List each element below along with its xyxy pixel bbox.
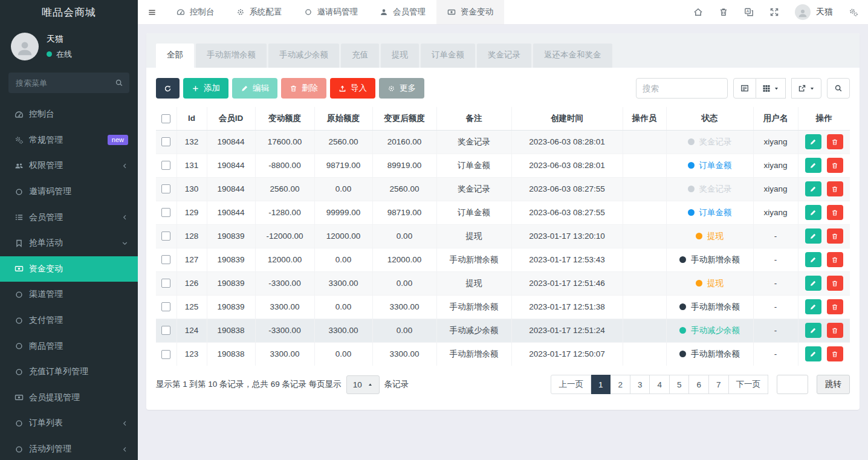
delete-button[interactable]	[827, 205, 843, 220]
page-button[interactable]: 下一页	[729, 375, 769, 394]
delete-button[interactable]	[827, 323, 843, 338]
sidebar-item[interactable]: 资金变动	[0, 256, 138, 282]
edit-button[interactable]	[805, 346, 821, 361]
sidebar-item[interactable]: 常规管理 new	[0, 128, 138, 154]
row-checkbox[interactable]	[161, 161, 170, 170]
jump-page-input[interactable]	[777, 375, 808, 394]
edit-button[interactable]	[805, 323, 821, 338]
toolbar-button[interactable]: 添加	[183, 78, 228, 99]
edit-button[interactable]	[805, 134, 821, 149]
sidebar-item[interactable]: 商品管理	[0, 333, 138, 359]
column-header[interactable]: 原始额度	[314, 107, 372, 130]
column-header[interactable]: 备注	[436, 107, 511, 130]
page-button[interactable]: 6	[689, 375, 709, 394]
page-button[interactable]: 7	[709, 375, 729, 394]
row-checkbox[interactable]	[161, 184, 170, 193]
row-checkbox[interactable]	[161, 232, 170, 241]
filter-tab[interactable]: 全部	[156, 44, 194, 68]
filter-tab[interactable]: 提现	[381, 44, 419, 68]
view-option-button[interactable]	[756, 78, 786, 99]
delete-button[interactable]	[827, 276, 843, 291]
delete-button[interactable]	[827, 134, 843, 149]
edit-button[interactable]	[805, 252, 821, 267]
filter-tab[interactable]: 奖金记录	[477, 44, 531, 68]
navbar-menu-item[interactable]: 会员管理	[369, 0, 436, 24]
search-button[interactable]	[827, 78, 850, 99]
sidebar-item[interactable]: 渠道管理	[0, 282, 138, 308]
column-header[interactable]: 操作	[798, 107, 850, 130]
page-button[interactable]: 上一页	[551, 375, 591, 394]
edit-button[interactable]	[805, 205, 821, 220]
toolbar-button[interactable]: 导入	[330, 78, 375, 99]
sidebar-search-input[interactable]	[8, 73, 129, 93]
select-all-checkbox[interactable]	[161, 114, 170, 123]
filter-tab[interactable]: 手动减少余额	[268, 44, 339, 68]
sidebar-item[interactable]: 控制台	[0, 102, 138, 128]
navbar-menu-item[interactable]: 系统配置	[225, 0, 293, 24]
table-search-input[interactable]	[636, 78, 728, 99]
delete-button[interactable]	[827, 181, 843, 196]
edit-button[interactable]	[805, 181, 821, 196]
toolbar-button[interactable]: 更多	[379, 78, 424, 99]
settings-button[interactable]	[849, 7, 858, 17]
page-button[interactable]: 4	[650, 375, 670, 394]
delete-button[interactable]	[827, 228, 843, 244]
view-option-button[interactable]	[733, 78, 756, 99]
expand-icon[interactable]	[769, 7, 779, 17]
sidebar-item[interactable]: 权限管理	[0, 153, 138, 179]
page-button[interactable]: 3	[630, 375, 650, 394]
row-checkbox[interactable]	[161, 208, 170, 217]
sidebar-item[interactable]: 活动列管理	[0, 436, 138, 460]
home-icon[interactable]	[693, 7, 703, 17]
trash-icon[interactable]	[719, 7, 728, 17]
navbar-menu-item[interactable]: 邀请码管理	[293, 0, 369, 24]
navbar-menu-item[interactable]: 资金变动	[436, 0, 504, 24]
delete-button[interactable]	[827, 252, 843, 267]
toolbar-button[interactable]: 删除	[281, 78, 326, 99]
delete-button[interactable]	[827, 299, 843, 314]
delete-button[interactable]	[827, 346, 843, 361]
row-checkbox[interactable]	[161, 255, 170, 264]
row-checkbox[interactable]	[161, 350, 170, 359]
export-button[interactable]	[791, 78, 821, 99]
column-header[interactable]: 变更后额度	[372, 107, 436, 130]
row-checkbox[interactable]	[161, 326, 170, 335]
sidebar-item[interactable]: 会员管理	[0, 204, 138, 230]
column-header[interactable]: 状态	[666, 107, 753, 130]
edit-button[interactable]	[805, 158, 821, 173]
sidebar-item[interactable]: 支付管理	[0, 308, 138, 334]
delete-button[interactable]	[827, 158, 843, 173]
sidebar-item[interactable]: 订单列表	[0, 410, 138, 436]
column-header[interactable]: 用户名	[753, 107, 798, 130]
navbar-user[interactable]: 天猫	[795, 4, 833, 20]
sidebar-item[interactable]: 抢单活动	[0, 230, 138, 256]
translate-icon[interactable]	[744, 7, 754, 17]
toolbar-button[interactable]	[156, 78, 180, 99]
column-header[interactable]: 创建时间	[511, 107, 623, 130]
sidebar-item[interactable]: 邀请码管理	[0, 179, 138, 205]
row-checkbox[interactable]	[161, 279, 170, 288]
navbar-menu-item[interactable]: 控制台	[166, 0, 225, 24]
sidebar-toggle-button[interactable]	[138, 0, 166, 24]
row-checkbox[interactable]	[161, 302, 170, 311]
filter-tab[interactable]: 手动新增余额	[196, 44, 267, 68]
jump-button[interactable]: 跳转	[817, 375, 850, 394]
page-button[interactable]: 2	[611, 375, 630, 394]
page-button[interactable]: 5	[670, 375, 690, 394]
filter-tab[interactable]: 订单金额	[421, 44, 475, 68]
column-header[interactable]: 操作员	[623, 107, 666, 130]
filter-tab[interactable]: 返还本金和奖金	[533, 44, 612, 68]
page-size-select[interactable]: 10	[346, 375, 380, 394]
edit-button[interactable]	[805, 299, 821, 314]
column-header[interactable]: 会员ID	[207, 107, 255, 130]
sidebar-item[interactable]: 充值订单列管理	[0, 359, 138, 385]
column-header[interactable]: 变动额度	[255, 107, 314, 130]
edit-button[interactable]	[805, 276, 821, 291]
edit-button[interactable]	[805, 228, 821, 244]
page-button[interactable]: 1	[591, 375, 611, 394]
filter-tab[interactable]: 充值	[341, 44, 379, 68]
column-header[interactable]: Id	[177, 107, 207, 130]
toolbar-button[interactable]: 编辑	[232, 78, 277, 99]
row-checkbox[interactable]	[161, 137, 170, 146]
sidebar-item[interactable]: 会员提现管理	[0, 385, 138, 411]
